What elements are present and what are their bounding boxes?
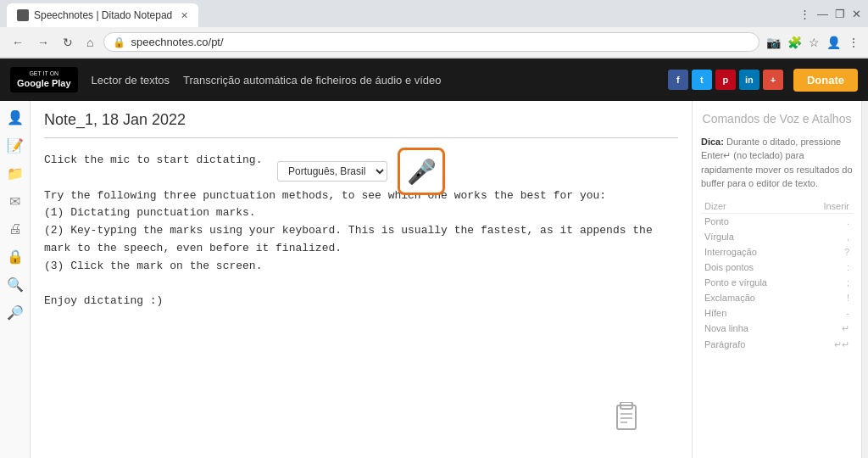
- address-bar-right: 📷 🧩 ☆ 👤 ⋮: [766, 36, 860, 49]
- lock-icon: 🔒: [113, 36, 125, 48]
- google-play-badge[interactable]: GET IT ON Google Play: [10, 67, 78, 92]
- browser-tab[interactable]: Speechnotes | Ditado Notepad ✕: [7, 3, 198, 27]
- window-restore-button[interactable]: ❐: [835, 8, 845, 20]
- left-sidebar: 👤 📝 📁 ✉ 🖨 🔒 🔍 🔎: [0, 101, 31, 458]
- url-text: speechnotes.co/pt/: [131, 36, 750, 48]
- right-panel: Comandos de Voz e Atalhos Dica: Durante …: [692, 101, 861, 458]
- sidebar-user-icon[interactable]: 👤: [7, 109, 24, 126]
- table-row: Ponto.: [701, 213, 853, 229]
- table-row: Interrogação?: [701, 244, 853, 260]
- address-bar: ← → ↻ ⌂ 🔒 speechnotes.co/pt/ 📷 🧩 ☆ 👤 ⋮: [0, 27, 868, 58]
- window-close-button[interactable]: ✕: [852, 8, 861, 20]
- title-bar: Speechnotes | Ditado Notepad ✕ ⋮ — ❐ ✕: [0, 0, 868, 27]
- sidebar-zoom-in-icon[interactable]: 🔍: [7, 276, 24, 293]
- command-insert: ?: [804, 244, 853, 260]
- table-row: Vírgula,: [701, 229, 853, 244]
- commands-table: DizerInserir Ponto.Vírgula,Interrogação?…: [701, 199, 853, 353]
- command-insert: :: [804, 260, 853, 275]
- window-menu-icon[interactable]: ⋮: [799, 8, 810, 20]
- facebook-icon[interactable]: f: [668, 70, 688, 90]
- language-select[interactable]: Português, Brasil: [277, 161, 387, 182]
- window-minimize-button[interactable]: —: [817, 8, 828, 20]
- googleplus-icon[interactable]: +: [763, 70, 783, 90]
- note-title: Note_1, 18 Jan 2022: [44, 111, 678, 129]
- browser-chrome: Speechnotes | Ditado Notepad ✕ ⋮ — ❐ ✕ ←…: [0, 0, 868, 59]
- sidebar-note-icon[interactable]: 📝: [7, 137, 24, 154]
- right-panel-title: Comandos de Voz e Atalhos: [701, 111, 853, 128]
- twitter-icon[interactable]: t: [692, 70, 712, 90]
- table-row: Nova linha↵: [701, 321, 853, 337]
- refresh-button[interactable]: ↻: [59, 34, 76, 51]
- profile-icon[interactable]: 👤: [826, 36, 841, 49]
- command-say: Hífen: [701, 305, 804, 321]
- tip-section: Dica: Durante o ditado, pressione Enter↵…: [701, 135, 853, 191]
- mic-icon: 🎤: [407, 158, 437, 186]
- camera-icon[interactable]: 📷: [766, 36, 781, 49]
- linkedin-icon[interactable]: in: [739, 70, 760, 90]
- mic-button[interactable]: 🎤: [398, 148, 445, 195]
- scrollbar[interactable]: [861, 101, 868, 458]
- command-insert: ;: [804, 275, 853, 290]
- command-insert: ↵: [804, 321, 853, 337]
- command-insert: ↵↵: [804, 337, 853, 353]
- tip-label: Dica:: [701, 137, 724, 147]
- nav-link-transcricao[interactable]: Transcrição automática de ficheiros de á…: [183, 74, 441, 87]
- table-row: Hífen-: [701, 305, 853, 321]
- google-play-big: Google Play: [17, 77, 71, 89]
- donate-button[interactable]: Donate: [793, 69, 858, 92]
- table-row: Exclamação!: [701, 290, 853, 305]
- command-insert: !: [804, 290, 853, 305]
- home-button[interactable]: ⌂: [83, 34, 97, 51]
- command-say: Ponto e vírgula: [701, 275, 804, 290]
- command-say: Ponto: [701, 213, 804, 229]
- table-row: Parágrafo↵↵: [701, 337, 853, 353]
- extensions-icon[interactable]: 🧩: [787, 36, 802, 49]
- back-button[interactable]: ←: [8, 34, 27, 51]
- divider: [44, 137, 678, 138]
- social-icons: f t p in + Donate: [668, 69, 858, 92]
- editor-content[interactable]: Click the mic to start dictating. Try th…: [44, 152, 678, 449]
- sidebar-mail-icon[interactable]: ✉: [9, 193, 20, 209]
- table-row: Dois pontos:: [701, 260, 853, 275]
- command-insert: .: [804, 213, 853, 229]
- menu-icon[interactable]: ⋮: [848, 36, 860, 49]
- main-layout: 👤 📝 📁 ✉ 🖨 🔒 🔍 🔎 Note_1, 18 Jan 2022 Port…: [0, 101, 868, 458]
- sidebar-print-icon[interactable]: 🖨: [8, 221, 22, 237]
- window-controls: ⋮ — ❐ ✕: [799, 8, 861, 20]
- pinterest-icon[interactable]: p: [715, 70, 736, 90]
- col-header-inserir: Inserir: [804, 199, 853, 214]
- command-say: Parágrafo: [701, 337, 804, 353]
- nav-link-lector[interactable]: Lector de textos: [92, 74, 170, 87]
- tab-title: Speechnotes | Ditado Notepad: [34, 9, 172, 21]
- sidebar-folder-icon[interactable]: 📁: [7, 165, 24, 182]
- forward-button[interactable]: →: [34, 34, 53, 51]
- url-field[interactable]: 🔒 speechnotes.co/pt/: [103, 32, 760, 52]
- tab-close-button[interactable]: ✕: [181, 10, 188, 21]
- col-header-dizer: Dizer: [701, 199, 804, 214]
- command-say: Nova linha: [701, 321, 804, 337]
- tip-text: Durante o ditado, pressione Enter↵ (no t…: [701, 137, 853, 189]
- google-play-small: GET IT ON: [29, 70, 58, 77]
- paste-icon[interactable]: [614, 402, 641, 438]
- sidebar-zoom-out-icon[interactable]: 🔎: [7, 304, 24, 321]
- command-say: Exclamação: [701, 290, 804, 305]
- sidebar-lock-icon[interactable]: 🔒: [7, 249, 24, 265]
- editor-area: Note_1, 18 Jan 2022 Português, Brasil 🎤 …: [31, 101, 692, 458]
- top-nav: GET IT ON Google Play Lector de textos T…: [0, 59, 868, 101]
- command-say: Vírgula: [701, 229, 804, 244]
- command-insert: ,: [804, 229, 853, 244]
- lang-mic-row: Português, Brasil 🎤: [277, 148, 445, 195]
- command-say: Dois pontos: [701, 260, 804, 275]
- command-say: Interrogação: [701, 244, 804, 260]
- command-insert: -: [804, 305, 853, 321]
- table-row: Ponto e vírgula;: [701, 275, 853, 290]
- tab-favicon: [17, 9, 29, 21]
- star-icon[interactable]: ☆: [809, 36, 820, 49]
